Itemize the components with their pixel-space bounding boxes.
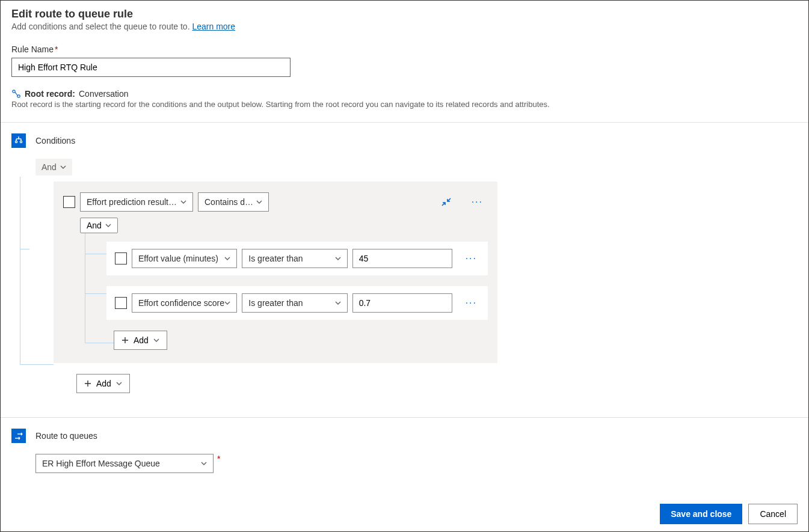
root-record-row: Root record: Conversation — [11, 89, 798, 99]
chevron-down-icon — [335, 300, 341, 306]
tree-line — [20, 364, 54, 365]
route-header: Route to queues — [11, 429, 798, 443]
conditions-area: And Effort prediction result… Co — [11, 159, 798, 393]
section-separator — [1, 122, 808, 123]
condition-row: Effort value (minutes) Is greater than — [106, 242, 488, 275]
condition-group: Effort prediction result… Contains data — [54, 182, 497, 363]
nested-area: And Effort value (minutes) — [80, 218, 488, 350]
edit-rule-panel: Edit route to queue rule Add conditions … — [0, 0, 809, 532]
tree-line — [20, 177, 20, 364]
plus-icon — [122, 337, 129, 344]
tree-line — [20, 249, 29, 249]
page-title: Edit route to queue rule — [11, 8, 798, 20]
more-actions-icon[interactable]: ··· — [463, 253, 479, 264]
chevron-down-icon — [224, 255, 230, 261]
svg-point-0 — [13, 90, 15, 93]
route-icon — [11, 429, 26, 443]
rule-name-input[interactable] — [11, 58, 291, 77]
section-separator — [1, 417, 808, 418]
condition-row: Effort confidence score Is greater than — [106, 286, 488, 320]
more-actions-icon[interactable]: ··· — [469, 197, 485, 207]
svg-point-3 — [20, 141, 22, 142]
svg-point-1 — [17, 95, 20, 97]
required-asterisk: * — [217, 454, 220, 463]
plus-icon — [84, 380, 91, 387]
cancel-button[interactable]: Cancel — [748, 504, 798, 524]
subtitle-text: Add conditions and select the queue to r… — [11, 22, 192, 31]
chevron-down-icon — [256, 199, 262, 205]
condition-checkbox[interactable] — [115, 252, 127, 264]
footer: Save and close Cancel — [11, 492, 798, 524]
inner-add-row: Add — [114, 331, 488, 350]
value-input[interactable] — [352, 293, 452, 313]
chevron-down-icon — [153, 337, 159, 343]
conditions-title: Conditions — [35, 136, 75, 145]
relationship-icon — [11, 89, 21, 99]
operator-dropdown[interactable]: Is greater than — [242, 293, 347, 313]
root-record-label: Root record: — [25, 89, 75, 99]
add-outer-condition-button[interactable]: Add — [76, 374, 130, 393]
attribute-dropdown[interactable]: Effort confidence score — [132, 293, 237, 313]
learn-more-link[interactable]: Learn more — [192, 22, 235, 31]
svg-point-2 — [15, 141, 17, 142]
more-actions-icon[interactable]: ··· — [463, 298, 479, 308]
attribute-dropdown[interactable]: Effort value (minutes) — [132, 249, 237, 268]
chevron-down-icon — [180, 199, 186, 205]
route-row: ER High Effort Message Queue * — [11, 454, 798, 473]
chevron-down-icon — [60, 164, 66, 170]
inner-and-operator[interactable]: And — [80, 218, 118, 233]
rule-name-label: Rule Name* — [11, 44, 798, 54]
collapse-icon[interactable] — [441, 197, 451, 207]
chevron-down-icon — [105, 222, 111, 228]
group-checkbox[interactable] — [63, 196, 75, 208]
group-top-row: Effort prediction result… Contains data — [63, 192, 488, 212]
entity-dropdown[interactable]: Effort prediction result… — [80, 192, 193, 212]
page-subtitle: Add conditions and select the queue to r… — [11, 22, 798, 31]
outer-add-row: Add — [76, 374, 798, 393]
queue-dropdown[interactable]: ER High Effort Message Queue — [35, 454, 214, 473]
save-and-close-button[interactable]: Save and close — [660, 504, 742, 524]
condition-checkbox[interactable] — [115, 297, 127, 309]
conditions-header: Conditions — [11, 133, 798, 148]
root-record-description: Root record is the starting record for t… — [11, 100, 798, 109]
value-input[interactable] — [352, 249, 452, 268]
group-top-row-actions: ··· — [441, 197, 488, 207]
root-record-value: Conversation — [79, 89, 129, 99]
conditions-icon — [11, 133, 26, 148]
chevron-down-icon — [224, 300, 230, 306]
operator-dropdown[interactable]: Is greater than — [242, 249, 347, 268]
chevron-down-icon — [116, 381, 122, 387]
sub-conditions: Effort value (minutes) Is greater than — [106, 242, 488, 350]
route-title: Route to queues — [35, 431, 97, 441]
entity-operator-dropdown[interactable]: Contains data — [198, 192, 269, 212]
required-asterisk: * — [55, 44, 58, 54]
chevron-down-icon — [335, 255, 341, 261]
chevron-down-icon — [201, 460, 207, 466]
add-inner-condition-button[interactable]: Add — [114, 331, 167, 350]
top-and-operator[interactable]: And — [35, 159, 72, 176]
